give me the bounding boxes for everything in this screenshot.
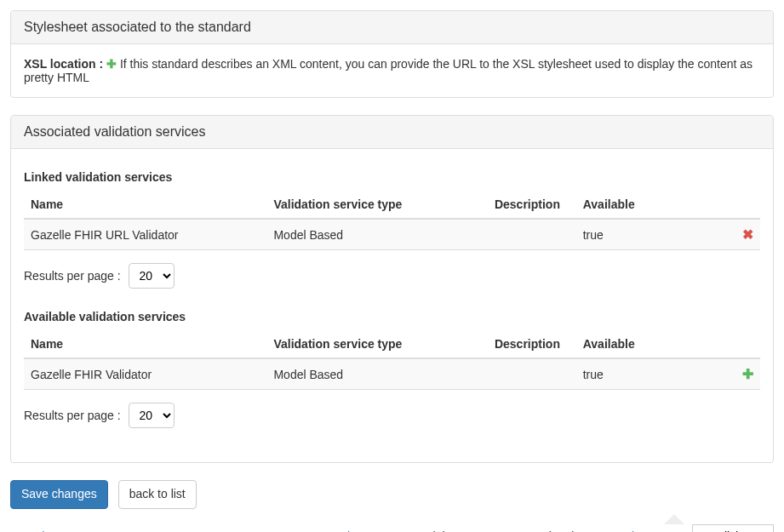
available-col-name: Name [24,330,266,358]
available-row-type: Model Based [266,358,488,390]
linked-row-name: Gazelle FHIR URL Validator [24,219,266,250]
save-button[interactable]: Save changes [10,480,108,509]
linked-row-desc [488,219,576,250]
linked-col-avail: Available [576,191,701,219]
available-row-name: Gazelle FHIR Validator [24,358,266,390]
available-col-avail: Available [576,330,701,358]
linked-col-name: Name [24,191,266,219]
linked-col-desc: Description [488,191,576,219]
available-col-type: Validation service type [266,330,488,358]
validation-services-body: Linked validation services Name Validati… [11,149,773,462]
caret-up-icon [664,514,684,524]
plus-icon[interactable]: ✚ [106,57,117,71]
linked-col-type: Validation service type [266,191,488,219]
remove-icon[interactable]: ✖ [742,227,753,242]
validation-services-heading: Associated validation services [11,116,773,149]
available-results-select[interactable]: 20 [129,403,175,428]
stylesheet-panel: Stylesheet associated to the standard XS… [10,10,774,98]
language-select[interactable]: English [692,524,774,532]
linked-row-type: Model Based [266,219,488,250]
available-col-action [701,330,760,358]
available-row-avail: true [576,358,701,390]
available-services-title: Available validation services [24,310,760,323]
linked-row-avail: true [576,219,701,250]
available-results-per-page: Results per page : 20 [24,403,760,428]
linked-results-label: Results per page : [24,269,121,283]
linked-results-select[interactable]: 20 [129,263,175,289]
linked-col-action [701,191,760,219]
back-to-list-button[interactable]: back to list [118,480,197,509]
action-buttons: Save changes back to list [10,480,774,509]
stylesheet-panel-body: XSL location : ✚ If this standard descri… [11,44,773,97]
linked-results-per-page: Results per page : 20 [24,263,760,289]
footer: About Contact us Issue Tracker Copyright… [10,518,774,532]
xsl-location-label: XSL location : [24,57,103,71]
linked-services-title: Linked validation services [24,170,760,184]
add-icon[interactable]: ✚ [742,367,753,381]
available-row-desc [488,358,576,390]
available-col-desc: Description [488,330,576,358]
available-services-table: Name Validation service type Description… [24,330,760,390]
xsl-hint-text: If this standard describes an XML conten… [24,57,753,84]
stylesheet-panel-heading: Stylesheet associated to the standard [11,11,773,44]
validation-services-panel: Associated validation services Linked va… [10,115,774,463]
table-row: Gazelle FHIR URL Validator Model Based t… [24,219,760,250]
available-results-label: Results per page : [24,409,121,422]
linked-services-table: Name Validation service type Description… [24,191,760,250]
table-row: Gazelle FHIR Validator Model Based true … [24,358,760,390]
